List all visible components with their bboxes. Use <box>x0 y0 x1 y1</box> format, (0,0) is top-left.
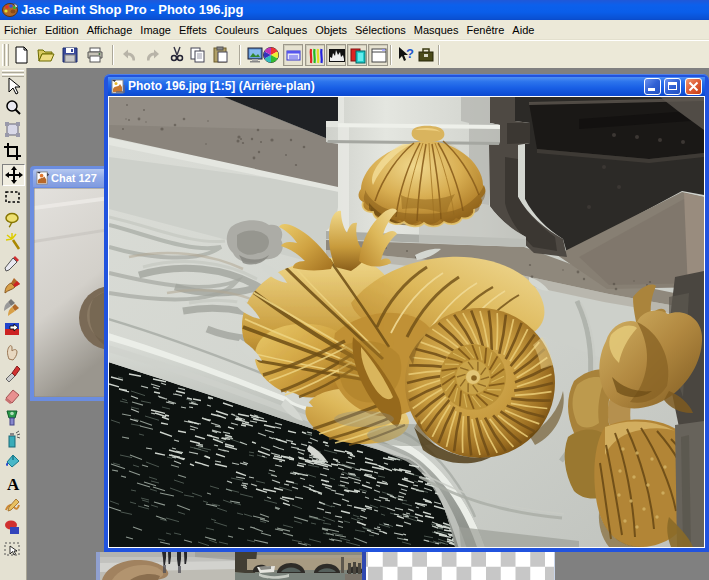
svg-text:A: A <box>7 475 20 494</box>
svg-text:?: ? <box>406 46 414 61</box>
